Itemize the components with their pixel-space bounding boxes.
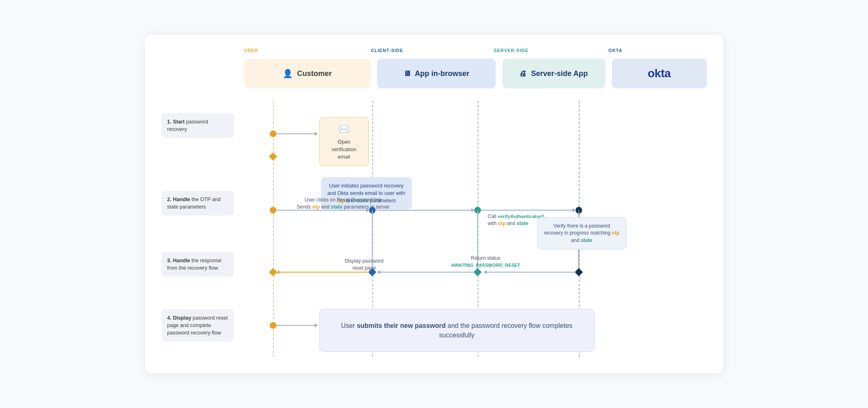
node-blue-diamond-1 <box>369 269 375 275</box>
node-gold-circle-1 <box>270 130 276 137</box>
server-lane-label: SERVER-SIDE <box>494 48 609 53</box>
email-card: ✉️ Open verification email <box>319 117 369 166</box>
okta-verify-text: Verify there is a password recovery in p… <box>544 223 620 244</box>
arrow-to-final <box>276 323 318 327</box>
lane-labels-row: USER CLIENT-SIDE SERVER-SIDE OKTA <box>244 48 707 56</box>
server-icon: 🖨 <box>519 69 527 78</box>
monitor-icon: 🖥 <box>403 69 411 78</box>
client-lane-label-col: CLIENT-SIDE <box>371 48 494 56</box>
node-gold-diamond-1 <box>270 154 276 159</box>
step1-box: 1. Start password recovery <box>162 113 234 138</box>
client-lane-label: CLIENT-SIDE <box>371 48 494 53</box>
step4-bold: 4. Display <box>167 315 191 321</box>
email-icon: ✉️ <box>326 123 363 136</box>
node-dark-diamond-1 <box>576 269 582 275</box>
arrow-okta-to-server <box>484 270 575 274</box>
arrow-server-to-okta <box>481 208 575 212</box>
user-lane-label-col: USER <box>244 48 371 56</box>
server-lane-label-col: SERVER-SIDE <box>494 48 609 56</box>
sequence-diagram: 1. Start password recovery 2. Handle the… <box>162 101 707 357</box>
final-box: User submits their new password and the … <box>319 309 595 352</box>
arrow-client-to-server <box>376 208 474 212</box>
node-teal-diamond-1 <box>475 269 480 275</box>
return-note: Return status AWAITING_PASSWORD_RESET <box>447 255 525 269</box>
lane-boxes-row: 👤 Customer 🖥 App in-browser 🖨 Server-sid… <box>244 59 707 88</box>
client-lane-box: 🖥 App in-browser <box>377 59 496 88</box>
final-text-rest: and the password recovery flow completes… <box>439 322 572 339</box>
final-text-plain: User <box>341 322 357 329</box>
steps-sidebar: 1. Start password recovery 2. Handle the… <box>162 101 240 357</box>
server-lane-box-label: Server-side App <box>531 69 587 78</box>
step2-box: 2. Handle the OTP and state parameters <box>162 191 234 216</box>
diagram-container: USER CLIENT-SIDE SERVER-SIDE OKTA 👤 Cust… <box>145 35 723 373</box>
okta-lane-label-col: OKTA <box>609 48 707 56</box>
node-gold-circle-2 <box>270 207 276 213</box>
okta-lane-box: okta <box>612 59 707 88</box>
user-lane-box-label: Customer <box>297 69 332 78</box>
email-card-text: Open verification email <box>326 138 363 161</box>
node-gold-diamond-2 <box>270 269 276 275</box>
step4-box: 4. Display password reset page and compl… <box>162 309 234 342</box>
person-icon: 👤 <box>283 69 293 78</box>
step2-bold: 2. Handle <box>167 197 190 202</box>
step3-bold: 3. Handle <box>167 258 190 263</box>
step3-box: 3. Handle the response from the recovery… <box>162 252 234 277</box>
arrow-server-to-client <box>377 270 474 274</box>
user-vline <box>273 101 274 357</box>
user-lane-box: 👤 Customer <box>244 59 371 88</box>
server-lane-box: 🖨 Server-side App <box>502 59 605 88</box>
node-gold-circle-3 <box>270 322 276 329</box>
okta-verify-card: Verify there is a password recovery in p… <box>537 217 626 249</box>
arrow-client-to-user <box>276 270 369 274</box>
arrow-to-email <box>276 132 318 136</box>
sequence-area: ✉️ Open verification email User initiate… <box>240 101 707 357</box>
okta-logo: okta <box>648 67 671 80</box>
return-status: AWAITING_PASSWORD_RESET <box>451 263 520 268</box>
step1-bold: 1. Start <box>167 119 185 125</box>
final-text-bold: submits their new password <box>357 322 446 329</box>
client-lane-box-label: App in-browser <box>415 69 469 78</box>
okta-lane-label: OKTA <box>609 48 707 53</box>
user-lane-label: USER <box>244 48 371 53</box>
